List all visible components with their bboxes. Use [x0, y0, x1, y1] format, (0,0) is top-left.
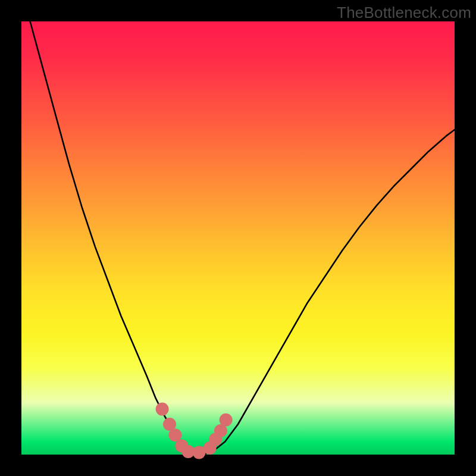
highlight-dot [168, 428, 181, 441]
watermark-text: TheBottleneck.com [337, 4, 471, 22]
highlight-dots [156, 403, 233, 459]
chart-plot-area [21, 21, 455, 455]
bottleneck-curve-svg [21, 21, 455, 455]
highlight-dot [156, 403, 169, 416]
highlight-dot [220, 414, 233, 427]
bottleneck-curve [30, 21, 455, 455]
